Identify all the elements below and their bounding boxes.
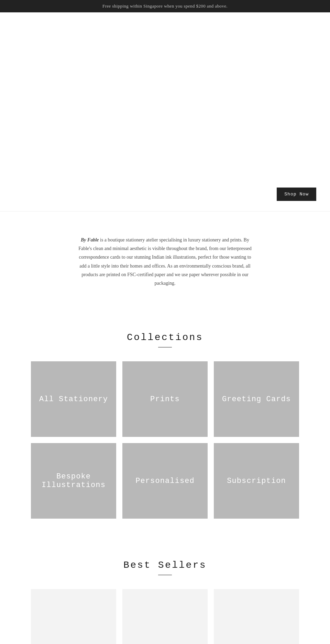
collections-title: Collections [31,332,299,343]
collection-label-bespoke: Bespoke Illustrations [38,469,109,493]
collection-label-personalised: Personalised [132,473,198,489]
announcement-text: Free shipping within Singapore when you … [102,3,228,9]
collection-card-bespoke[interactable]: Bespoke Illustrations [31,443,116,519]
collections-divider [158,347,172,348]
collection-card-all-stationery[interactable]: All Stationery [31,361,116,437]
collection-label-all-stationery: All Stationery [36,392,111,407]
about-text: By Fable is a boutique stationery atelie… [76,236,254,287]
collection-label-prints: Prints [147,392,183,407]
collection-label-subscription: Subscription [223,473,289,489]
collection-card-personalised[interactable]: Personalised [122,443,208,519]
about-description: is a boutique stationery atelier special… [78,237,252,286]
product-card-2[interactable] [122,589,208,644]
collection-card-prints[interactable]: Prints [122,361,208,437]
product-card-1[interactable] [31,589,116,644]
best-sellers-divider [158,575,172,575]
about-section: By Fable is a boutique stationery atelie… [69,212,261,312]
best-sellers-section: Best Sellers [24,539,306,644]
collection-card-subscription[interactable]: Subscription [214,443,299,519]
announcement-bar: Free shipping within Singapore when you … [0,0,330,12]
product-card-3[interactable] [214,589,299,644]
shop-now-button[interactable]: Shop Now [277,188,316,201]
collections-section: Collections All Stationery Prints Greeti… [24,312,306,539]
brand-name: By Fable [81,237,99,242]
best-sellers-grid [31,589,299,644]
collections-grid: All Stationery Prints Greeting Cards Bes… [31,361,299,519]
collection-label-greeting-cards: Greeting Cards [219,392,294,407]
best-sellers-title: Best Sellers [31,560,299,570]
collection-card-greeting-cards[interactable]: Greeting Cards [214,361,299,437]
hero-section: Shop Now [0,12,330,212]
